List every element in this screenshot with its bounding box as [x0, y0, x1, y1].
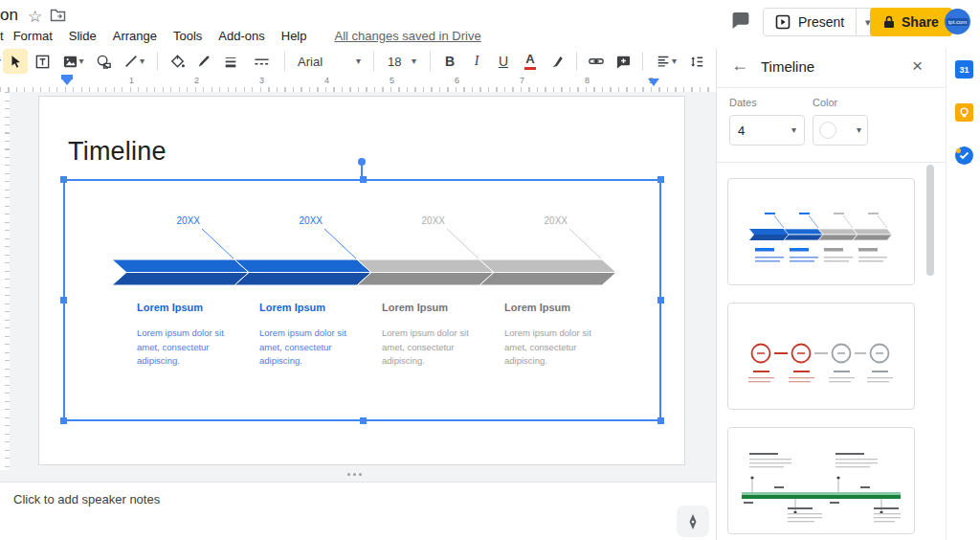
- toolbar-divider: [576, 52, 577, 71]
- select-tool-button[interactable]: [3, 49, 28, 74]
- bold-button[interactable]: B: [437, 49, 462, 74]
- selection-handle-sw[interactable]: [60, 417, 67, 424]
- color-label: Color: [813, 97, 837, 108]
- ruler-number: 8: [585, 76, 590, 85]
- calendar-icon[interactable]: 31: [955, 60, 973, 79]
- comments-button[interactable]: [730, 11, 751, 34]
- present-button[interactable]: Present: [764, 9, 856, 35]
- star-icon[interactable]: ☆: [28, 7, 42, 27]
- close-icon[interactable]: ×: [912, 56, 923, 77]
- dates-value: 4: [738, 124, 745, 138]
- menu-item-clipped[interactable]: t: [0, 29, 4, 43]
- selection-handle-e[interactable]: [657, 297, 664, 304]
- panel-title: Timeline: [761, 58, 814, 75]
- menu-slide[interactable]: Slide: [69, 29, 97, 43]
- selection-handle-w[interactable]: [60, 297, 67, 304]
- insert-image-button[interactable]: ▾: [56, 49, 89, 74]
- panel-divider: [717, 162, 946, 163]
- speaker-notes-input[interactable]: Click to add speaker notes: [13, 492, 160, 506]
- circle-timeline-preview: [728, 304, 914, 409]
- align-left-icon: [656, 54, 671, 69]
- slide-title[interactable]: Timeline: [68, 137, 167, 167]
- text-box-button[interactable]: [30, 49, 55, 74]
- menu-arrange[interactable]: Arrange: [113, 29, 157, 43]
- italic-button[interactable]: I: [464, 49, 489, 74]
- green-bar-timeline-preview: [728, 428, 914, 533]
- menu-help[interactable]: Help: [281, 29, 307, 43]
- insert-line-button[interactable]: ▾: [118, 49, 150, 74]
- google-slides-window: on ☆ t Format Slide Arrange Tools Add-on…: [0, 0, 980, 540]
- indent-marker-right[interactable]: [648, 79, 659, 92]
- tasks-icon[interactable]: [955, 146, 973, 165]
- selection-handle-se[interactable]: [657, 417, 664, 424]
- speaker-notes-area: Click to add speaker notes: [0, 482, 716, 540]
- font-size-value: 18: [388, 55, 401, 69]
- highlighter-icon: [549, 54, 565, 69]
- dates-label: Dates: [729, 97, 757, 108]
- move-folder-icon[interactable]: [50, 9, 66, 26]
- keep-icon[interactable]: [955, 103, 973, 122]
- save-status[interactable]: All changes saved in Drive: [335, 29, 481, 43]
- present-label: Present: [798, 14, 844, 30]
- add-comment-button[interactable]: [611, 49, 635, 74]
- align-button[interactable]: ▾: [650, 49, 682, 74]
- underline-button[interactable]: U: [491, 49, 516, 74]
- doc-title[interactable]: on: [0, 6, 18, 25]
- caret-down-icon: ▾: [412, 56, 416, 66]
- selection-handle-nw[interactable]: [60, 176, 67, 183]
- back-arrow-icon[interactable]: ←: [731, 56, 748, 76]
- text-box-icon: [34, 54, 51, 70]
- menu-tools[interactable]: Tools: [173, 29, 202, 43]
- slide-canvas[interactable]: Timeline 20XX 20XX: [38, 96, 685, 465]
- selection-handle-s[interactable]: [360, 417, 367, 424]
- insert-shape-button[interactable]: [91, 49, 116, 74]
- panel-scrollbar[interactable]: [926, 165, 934, 276]
- template-thumbnail-chevron[interactable]: [727, 178, 915, 285]
- selection-handle-n[interactable]: [360, 176, 367, 183]
- color-select[interactable]: ▾: [813, 115, 868, 146]
- border-dash-button[interactable]: [245, 49, 278, 74]
- line-spacing-icon: [689, 54, 705, 70]
- menu-addons[interactable]: Add-ons: [218, 29, 264, 43]
- zoom-dropdown-clipped[interactable]: ▾: [0, 56, 1, 66]
- explore-button[interactable]: [677, 506, 709, 537]
- notes-resize-handle[interactable]: [347, 473, 362, 476]
- font-family-value: Arial: [298, 55, 323, 69]
- indent-marker-left[interactable]: [61, 75, 73, 79]
- underline-icon: U: [499, 54, 508, 69]
- template-thumbnail-circles[interactable]: [727, 303, 915, 410]
- comment-icon: [730, 11, 751, 31]
- horizontal-ruler: 1 2 3 4 5 6 7 8 9: [0, 75, 716, 92]
- shape-icon: [96, 54, 112, 70]
- share-label: Share: [902, 14, 939, 30]
- link-icon: [588, 53, 605, 70]
- border-color-button[interactable]: [191, 49, 216, 74]
- menu-format[interactable]: Format: [13, 29, 53, 43]
- ruler-number: 4: [324, 76, 329, 85]
- line-spacing-button[interactable]: [684, 49, 709, 74]
- explore-icon: [685, 513, 701, 530]
- fill-color-icon: [169, 54, 186, 70]
- line-icon: [123, 54, 139, 69]
- ruler-number: 3: [259, 76, 264, 85]
- selection-handle-ne[interactable]: [657, 176, 664, 183]
- text-color-button[interactable]: A: [518, 49, 543, 74]
- menubar: t Format Slide Arrange Tools Add-ons Hel…: [0, 27, 481, 44]
- share-button[interactable]: Share: [870, 8, 952, 36]
- selection-box[interactable]: [63, 179, 661, 421]
- ruler-number: 1: [129, 76, 134, 85]
- template-thumbnail-green-bar[interactable]: [727, 427, 915, 534]
- present-icon: [775, 14, 791, 30]
- font-size-select[interactable]: 18 ▾: [381, 49, 423, 74]
- toolbar-divider: [430, 52, 431, 71]
- account-avatar[interactable]: tpt.com: [945, 9, 970, 34]
- dates-select[interactable]: 4 ▾: [729, 115, 805, 146]
- border-weight-button[interactable]: [218, 49, 243, 74]
- timeline-side-panel: ← Timeline × Dates Color 4 ▾ ▾: [716, 48, 946, 540]
- toolbar: ▾ ▾ ▾ Arial: [0, 48, 716, 75]
- insert-link-button[interactable]: [584, 49, 609, 74]
- highlight-color-button[interactable]: [545, 49, 569, 74]
- fill-color-button[interactable]: [165, 49, 189, 74]
- rotation-handle[interactable]: [358, 158, 366, 166]
- font-family-select[interactable]: Arial ▾: [292, 49, 367, 74]
